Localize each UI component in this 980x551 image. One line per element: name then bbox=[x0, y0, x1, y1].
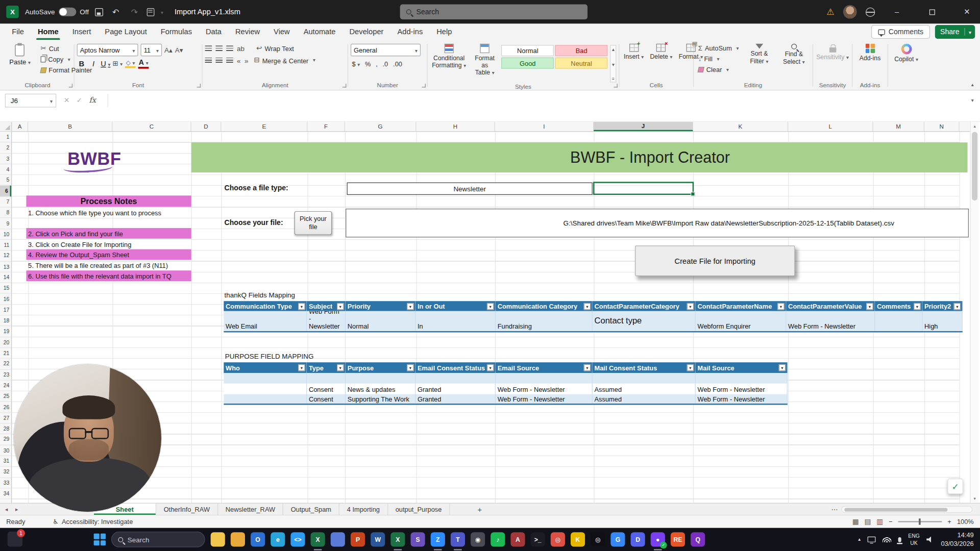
table-cell[interactable]: Granted bbox=[415, 394, 496, 404]
table-cell[interactable]: Assumed bbox=[593, 394, 696, 404]
dialog-launcher-icon[interactable] bbox=[197, 84, 201, 87]
align-left-icon[interactable] bbox=[205, 58, 212, 63]
table-cell[interactable]: Normal bbox=[346, 311, 415, 331]
bold-button[interactable]: B bbox=[77, 59, 86, 68]
zoom-level[interactable]: 100% bbox=[957, 518, 974, 525]
filter-dropdown-icon[interactable] bbox=[779, 364, 786, 371]
table-column-header[interactable]: Mail Consent Status bbox=[593, 362, 696, 373]
zoom-slider[interactable] bbox=[898, 521, 942, 522]
increase-indent-icon[interactable]: » bbox=[244, 57, 249, 64]
accessibility-status[interactable]: ♿ Accessibility: Investigate bbox=[53, 518, 133, 525]
ribbon-tab[interactable]: Home bbox=[31, 24, 65, 40]
comments-button[interactable]: Comments bbox=[871, 25, 930, 39]
filter-dropdown-icon[interactable] bbox=[337, 303, 344, 309]
table-cell[interactable] bbox=[415, 373, 496, 384]
pick-file-button[interactable]: Pick your file bbox=[295, 211, 332, 235]
ribbon-tab[interactable]: File bbox=[5, 24, 31, 40]
name-box[interactable]: J6 bbox=[5, 94, 56, 108]
taskbar-app-icon[interactable]: S bbox=[410, 532, 425, 546]
format-as-table-button[interactable]: Format as Table bbox=[471, 42, 499, 77]
table-column-header[interactable]: Purpose bbox=[346, 362, 415, 373]
row-header[interactable]: 34 bbox=[0, 488, 11, 499]
ribbon-tab[interactable]: View bbox=[267, 24, 297, 40]
align-middle-icon[interactable] bbox=[215, 45, 222, 51]
tab-scroll-left-icon[interactable]: ◂ bbox=[5, 506, 8, 512]
row-header[interactable]: 20 bbox=[0, 337, 11, 348]
comma-style-icon[interactable]: , bbox=[376, 60, 378, 68]
table-column-header[interactable]: Communication Category bbox=[496, 301, 593, 311]
column-header[interactable]: H bbox=[416, 122, 495, 131]
number-format-dropdown-icon[interactable] bbox=[415, 46, 418, 54]
autosave-control[interactable]: AutoSave Off bbox=[25, 8, 89, 16]
table-cell[interactable]: Web Form - Newsletter bbox=[496, 394, 593, 404]
microphone-tray-icon[interactable] bbox=[898, 537, 901, 542]
table-column-header[interactable]: Subject bbox=[307, 301, 346, 311]
taskbar-app-icon[interactable]: A bbox=[510, 532, 525, 546]
cell-style-good[interactable]: Good bbox=[501, 58, 554, 69]
table-cell[interactable]: Web Form - Newsletter bbox=[786, 311, 875, 331]
row-header[interactable]: 33 bbox=[0, 478, 11, 488]
filter-dropdown-icon[interactable] bbox=[866, 303, 873, 309]
align-top-icon[interactable] bbox=[205, 45, 212, 51]
quick-access-dropdown-icon[interactable] bbox=[161, 8, 163, 16]
taskbar-app-icon[interactable]: Q bbox=[691, 532, 705, 546]
column-header[interactable]: L bbox=[788, 122, 873, 131]
taskbar-app-icon[interactable]: O bbox=[251, 532, 265, 546]
version-history-icon[interactable] bbox=[147, 8, 155, 16]
paste-button[interactable]: Paste bbox=[4, 42, 36, 65]
autosum-button[interactable]: ΣAutoSum bbox=[696, 44, 741, 53]
select-all-corner[interactable] bbox=[0, 122, 12, 131]
filter-dropdown-icon[interactable] bbox=[298, 303, 305, 309]
maximize-button[interactable] bbox=[919, 0, 945, 24]
borders-icon[interactable]: ⊞ bbox=[112, 60, 122, 68]
sheet-tab[interactable]: Output_Spam bbox=[283, 504, 339, 515]
ribbon-tab[interactable]: Automate bbox=[297, 24, 342, 40]
column-header[interactable]: I bbox=[495, 122, 594, 131]
formula-enter-icon[interactable]: ✓ bbox=[77, 96, 82, 104]
grow-font-icon[interactable]: A▴ bbox=[164, 46, 173, 54]
taskbar-app-icon[interactable]: D bbox=[631, 532, 645, 546]
filter-dropdown-icon[interactable] bbox=[487, 364, 494, 371]
row-header[interactable]: 9 bbox=[0, 218, 11, 229]
row-header[interactable]: 1 bbox=[0, 132, 11, 142]
ribbon-tab[interactable]: Review bbox=[229, 24, 267, 40]
filter-dropdown-icon[interactable] bbox=[487, 303, 494, 309]
row-header[interactable]: 30 bbox=[0, 445, 11, 456]
zoom-in-button[interactable]: + bbox=[947, 518, 951, 525]
table-column-header[interactable]: ContactParameterValue bbox=[786, 301, 875, 311]
ribbon-tab[interactable]: Add-ins bbox=[390, 24, 430, 40]
font-size-select[interactable]: 11 bbox=[141, 44, 162, 56]
vertical-scrollbar[interactable]: ▴ ▾ bbox=[970, 122, 978, 503]
close-button[interactable]: ✕ bbox=[954, 0, 980, 24]
fill-color-icon[interactable]: ◇ bbox=[125, 59, 135, 68]
network-icon[interactable] bbox=[866, 7, 875, 16]
taskbar-app-icon[interactable]: W bbox=[371, 532, 385, 546]
column-header[interactable]: E bbox=[221, 122, 307, 131]
sort-filter-button[interactable]: Sort & Filter bbox=[743, 42, 775, 65]
table-column-header[interactable]: Comments bbox=[875, 301, 922, 311]
taskbar-app-icon[interactable]: K bbox=[571, 532, 585, 546]
page-break-view-icon[interactable]: ▥ bbox=[876, 517, 883, 525]
table-cell[interactable] bbox=[224, 394, 307, 404]
decrease-decimal-icon[interactable]: .00 bbox=[393, 60, 402, 68]
table-cell[interactable]: In bbox=[415, 311, 496, 331]
scroll-down-icon[interactable]: ▾ bbox=[971, 494, 979, 503]
taskbar-clock[interactable]: 14:49 03/03/2026 bbox=[941, 531, 973, 547]
row-header[interactable]: 12 bbox=[0, 251, 11, 261]
horizontal-scrollbar[interactable] bbox=[841, 506, 972, 513]
table-column-header[interactable]: Mail Source bbox=[696, 362, 788, 373]
sheet-tab[interactable]: OtherInfo_RAW bbox=[156, 504, 218, 515]
font-color-icon[interactable]: A bbox=[138, 59, 149, 68]
filter-dropdown-icon[interactable] bbox=[687, 364, 694, 371]
filter-dropdown-icon[interactable] bbox=[584, 303, 591, 309]
redo-button[interactable]: ↷ bbox=[128, 7, 140, 16]
filter-dropdown-icon[interactable] bbox=[954, 303, 961, 309]
table-cell[interactable]: Fundraising bbox=[496, 311, 593, 331]
table-column-header[interactable]: Email Source bbox=[496, 362, 593, 373]
horizontal-scroll-thumb[interactable] bbox=[844, 508, 947, 511]
row-header[interactable]: 32 bbox=[0, 467, 11, 478]
table-column-header[interactable]: Who bbox=[224, 362, 307, 373]
normal-view-icon[interactable]: ▦ bbox=[852, 517, 859, 525]
delete-cells-button[interactable]: ×Delete bbox=[648, 42, 674, 61]
column-header[interactable]: G bbox=[345, 122, 416, 131]
